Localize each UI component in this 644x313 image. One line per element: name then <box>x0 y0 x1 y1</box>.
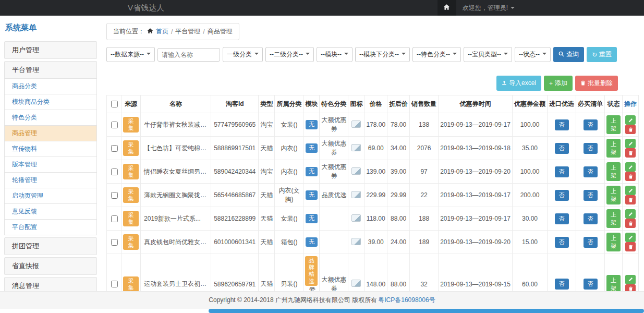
reset-button-label: 重置 <box>599 50 612 59</box>
ops-cell <box>623 231 639 254</box>
status-button[interactable]: 上架 <box>606 162 621 181</box>
delete-button[interactable] <box>625 125 636 134</box>
must-buy-toggle[interactable]: 否 <box>584 213 598 224</box>
must-buy-toggle[interactable]: 否 <box>584 143 598 154</box>
module-select[interactable]: --模块-- <box>317 47 353 62</box>
delete-button[interactable] <box>625 172 636 181</box>
sidebar-item-0[interactable]: 用户管理 <box>4 41 97 59</box>
row-checkbox[interactable] <box>111 192 118 199</box>
row-checkbox[interactable] <box>111 281 118 287</box>
row-checkbox[interactable] <box>111 145 118 152</box>
must-buy-toggle[interactable]: 否 <box>584 119 598 130</box>
edit-button[interactable] <box>625 209 636 219</box>
sidebar-item-11[interactable]: 平台配置 <box>4 219 97 235</box>
import-select-toggle[interactable]: 否 <box>555 237 569 248</box>
delete-button[interactable] <box>625 242 636 251</box>
image-cell <box>348 231 364 254</box>
main-content: 当前位置： 首页 / 平台管理 / 商品管理 --数据来源-- 一级分类 --二… <box>97 16 644 291</box>
item-type-select[interactable]: --宝贝类型-- <box>464 47 512 62</box>
sidebar-item-10[interactable]: 意见反馈 <box>4 203 97 220</box>
delete-button[interactable] <box>625 284 636 291</box>
edit-button[interactable] <box>625 162 636 172</box>
checkbox-cell <box>107 113 121 137</box>
horizontal-scrollbar[interactable] <box>0 309 644 313</box>
featured-cell: 大额优惠券 <box>320 160 348 184</box>
sidebar-item-4[interactable]: 特色分类 <box>4 110 97 126</box>
featured-select[interactable]: --特色分类-- <box>412 47 461 62</box>
import-select-toggle[interactable]: 否 <box>555 213 569 224</box>
delete-button[interactable] <box>625 219 636 228</box>
category1-select[interactable]: 一级分类 <box>223 47 263 62</box>
sidebar-item-2[interactable]: 商品分类 <box>4 78 97 94</box>
must-buy-toggle[interactable]: 否 <box>584 190 598 201</box>
must-buy-toggle[interactable]: 否 <box>584 166 598 177</box>
filter-bar: --数据来源-- 一级分类 --二级分类-- --模块-- --模块下分类-- … <box>106 47 639 62</box>
name-search-input[interactable] <box>157 48 220 62</box>
import-select-toggle[interactable]: 否 <box>555 143 569 154</box>
featured-cell: 品质优选 <box>320 184 348 207</box>
sidebar-item-6[interactable]: 宣传物料 <box>4 141 97 157</box>
featured-cell <box>320 231 348 254</box>
status-select[interactable]: --状态-- <box>515 47 551 62</box>
delete-button[interactable] <box>625 148 636 158</box>
row-checkbox[interactable] <box>111 215 118 222</box>
edit-button[interactable] <box>625 233 636 242</box>
copyright-text: Copyright © 2014-2018 广州九驰网络科技有限公司 版权所有 <box>209 296 377 305</box>
ops-cell <box>623 184 639 207</box>
layout: 系统菜单 用户管理平台管理商品分类模块商品分类特色分类商品管理宣传物料版本管理轮… <box>0 16 644 291</box>
checkbox-cell <box>107 207 121 231</box>
import-select-toggle[interactable]: 否 <box>555 190 569 201</box>
breadcrumb-home-link[interactable]: 首页 <box>156 27 168 36</box>
import-select-toggle[interactable]: 否 <box>555 166 569 177</box>
type-cell: 天猫 <box>259 184 275 207</box>
sidebar-item-14[interactable]: 消息管理 <box>4 277 97 291</box>
batch-delete-button[interactable]: 批量删除 <box>575 76 618 91</box>
item-type-select-label: --宝贝类型-- <box>468 51 501 58</box>
edit-button[interactable] <box>625 115 636 125</box>
icp-link[interactable]: 粤ICP备16098006号 <box>378 296 435 305</box>
source-badge: 采集 <box>123 211 139 226</box>
must-buy-toggle[interactable]: 否 <box>584 279 598 290</box>
coupon-amount-cell: 200.00 <box>513 184 548 207</box>
status-button[interactable]: 上架 <box>606 186 621 204</box>
sidebar-item-5[interactable]: 商品管理 <box>4 125 97 141</box>
row-checkbox[interactable] <box>111 122 118 128</box>
reset-button[interactable]: ↻ 重置 <box>587 47 617 62</box>
discount-price-cell: 29.99 <box>387 184 410 207</box>
edit-button[interactable] <box>625 186 636 195</box>
user-menu[interactable]: 欢迎您，管理员! <box>463 4 515 13</box>
status-button[interactable]: 上架 <box>606 139 621 158</box>
import-select-toggle[interactable]: 否 <box>555 279 569 290</box>
status-cell: 上架 <box>605 231 623 254</box>
sidebar-item-12[interactable]: 拼团管理 <box>4 237 97 255</box>
add-button[interactable]: + 添加 <box>544 76 573 91</box>
import-select-toggle[interactable]: 否 <box>555 119 569 130</box>
status-button[interactable]: 上架 <box>606 233 621 251</box>
scrollbar-thumb[interactable] <box>209 309 644 313</box>
product-image <box>351 121 361 128</box>
delete-button[interactable] <box>625 195 636 204</box>
sidebar-item-9[interactable]: 启动页管理 <box>4 188 97 204</box>
column-header: 操作 <box>623 95 639 113</box>
module-sub-select[interactable]: --模块下分类-- <box>355 47 410 62</box>
edit-button[interactable] <box>625 275 636 284</box>
row-checkbox[interactable] <box>111 239 118 246</box>
category2-select[interactable]: --二级分类-- <box>265 47 314 62</box>
select-all-checkbox[interactable] <box>111 101 118 107</box>
sidebar-item-8[interactable]: 轮播管理 <box>4 172 97 188</box>
import-excel-button[interactable]: 导入excel <box>496 76 541 91</box>
home-button[interactable] <box>438 0 456 16</box>
status-button[interactable]: 上架 <box>606 275 621 291</box>
status-button[interactable]: 上架 <box>606 115 621 134</box>
row-checkbox[interactable] <box>111 168 118 175</box>
sidebar-item-7[interactable]: 版本管理 <box>4 156 97 173</box>
data-source-select[interactable]: --数据来源-- <box>106 47 155 62</box>
category1-select-label: 一级分类 <box>227 51 252 58</box>
status-button[interactable]: 上架 <box>606 209 621 228</box>
sidebar-item-1[interactable]: 平台管理 <box>4 61 97 79</box>
sidebar-item-3[interactable]: 模块商品分类 <box>4 94 97 110</box>
search-button[interactable]: 查询 <box>553 47 584 62</box>
must-buy-toggle[interactable]: 否 <box>584 237 598 248</box>
sidebar-item-13[interactable]: 省直快报 <box>4 257 97 275</box>
edit-button[interactable] <box>625 139 636 148</box>
